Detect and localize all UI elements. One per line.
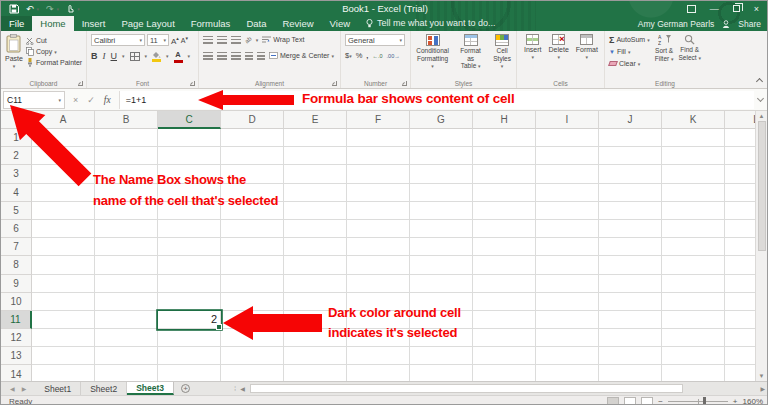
increase-decimal-button[interactable]: ←.0: [372, 53, 382, 59]
cell-B14[interactable]: [95, 365, 158, 381]
cell-B6[interactable]: [95, 220, 158, 238]
cell-F3[interactable]: [347, 165, 410, 183]
column-header-G[interactable]: G: [410, 111, 473, 129]
cell-L12[interactable]: [725, 329, 757, 347]
cell-J10[interactable]: [599, 293, 662, 311]
name-box-dropdown-icon[interactable]: ▾: [58, 97, 61, 103]
prev-sheet-icon[interactable]: ◀: [10, 385, 15, 392]
cell-I4[interactable]: [536, 184, 599, 202]
cell-I12[interactable]: [536, 329, 599, 347]
tab-view[interactable]: View: [322, 16, 358, 31]
share-button[interactable]: Share: [738, 19, 761, 29]
paste-button[interactable]: Paste ▾: [5, 34, 23, 69]
row-header-8[interactable]: 8: [1, 256, 32, 274]
tab-formulas[interactable]: Formulas: [183, 16, 239, 31]
orientation-icon[interactable]: ab: [244, 35, 253, 44]
column-header-F[interactable]: F: [347, 111, 410, 129]
cell-D14[interactable]: [221, 365, 284, 381]
cell-K7[interactable]: [662, 238, 725, 256]
cell-K3[interactable]: [662, 165, 725, 183]
cell-K10[interactable]: [662, 293, 725, 311]
cell-G14[interactable]: [410, 365, 473, 381]
cell-L6[interactable]: [725, 220, 757, 238]
merge-dropdown-icon[interactable]: ▾: [331, 53, 334, 59]
cell-D6[interactable]: [221, 220, 284, 238]
cell-G3[interactable]: [410, 165, 473, 183]
sheet-tab-sheet2[interactable]: Sheet2: [81, 382, 127, 395]
cell-D13[interactable]: [221, 347, 284, 365]
borders-dropdown-icon[interactable]: ▾: [145, 53, 148, 59]
cell-L3[interactable]: [725, 165, 757, 183]
zoom-slider-thumb[interactable]: [703, 397, 706, 405]
cell-I2[interactable]: [536, 147, 599, 165]
cell-G9[interactable]: [410, 275, 473, 293]
restore-icon[interactable]: [733, 5, 740, 12]
cell-K1[interactable]: [662, 129, 725, 147]
cell-I11[interactable]: [536, 311, 599, 329]
horizontal-scroll-thumb[interactable]: [250, 384, 683, 393]
cell-G1[interactable]: [410, 129, 473, 147]
page-layout-view-button[interactable]: [624, 397, 636, 405]
tab-insert[interactable]: Insert: [74, 16, 114, 31]
shrink-font-button[interactable]: A▾: [181, 35, 188, 44]
cell-J2[interactable]: [599, 147, 662, 165]
cell-L4[interactable]: [725, 184, 757, 202]
find-select-button[interactable]: Find &Select ▾: [679, 34, 701, 62]
column-header-I[interactable]: I: [536, 111, 599, 129]
cell-H6[interactable]: [473, 220, 536, 238]
align-bottom-icon[interactable]: [231, 36, 241, 44]
cell-C14[interactable]: [158, 365, 221, 381]
number-format-select[interactable]: General▾: [345, 34, 405, 46]
close-icon[interactable]: ×: [754, 4, 759, 14]
cell-I9[interactable]: [536, 275, 599, 293]
cell-J9[interactable]: [599, 275, 662, 293]
cell-D2[interactable]: [221, 147, 284, 165]
tab-review[interactable]: Review: [274, 16, 321, 31]
comma-style-button[interactable]: ,: [366, 51, 368, 60]
cell-F4[interactable]: [347, 184, 410, 202]
autosum-button[interactable]: ΣAutoSum▾: [609, 34, 650, 45]
cell-E4[interactable]: [284, 184, 347, 202]
cell-B9[interactable]: [95, 275, 158, 293]
column-header-K[interactable]: K: [662, 111, 725, 129]
cancel-icon[interactable]: ×: [73, 95, 78, 105]
next-sheet-icon[interactable]: ▶: [22, 385, 27, 392]
cell-B2[interactable]: [95, 147, 158, 165]
cell-A13[interactable]: [32, 347, 95, 365]
cell-I1[interactable]: [536, 129, 599, 147]
user-name[interactable]: Amy German Pearls: [638, 19, 715, 29]
cell-F2[interactable]: [347, 147, 410, 165]
decrease-decimal-button[interactable]: .00→: [387, 53, 400, 59]
cell-E3[interactable]: [284, 165, 347, 183]
cell-F14[interactable]: [347, 365, 410, 381]
cell-B11[interactable]: [95, 311, 158, 329]
cell-I14[interactable]: [536, 365, 599, 381]
cell-C6[interactable]: [158, 220, 221, 238]
cell-K12[interactable]: [662, 329, 725, 347]
fill-color-dropdown-icon[interactable]: ▾: [166, 53, 169, 59]
row-header-4[interactable]: 4: [1, 184, 32, 202]
format-painter-button[interactable]: Format Painter: [26, 57, 82, 68]
scroll-down-icon[interactable]: ▼: [759, 373, 765, 379]
cell-A8[interactable]: [32, 256, 95, 274]
cell-A10[interactable]: [32, 293, 95, 311]
scroll-up-icon[interactable]: ▲: [759, 113, 765, 119]
cell-H14[interactable]: [473, 365, 536, 381]
cell-L7[interactable]: [725, 238, 757, 256]
cell-E13[interactable]: [284, 347, 347, 365]
column-header-B[interactable]: B: [95, 111, 158, 129]
vertical-scroll-thumb[interactable]: [758, 121, 766, 251]
cell-G6[interactable]: [410, 220, 473, 238]
cell-D11[interactable]: [221, 311, 284, 329]
cell-L14[interactable]: [725, 365, 757, 381]
scroll-right-icon[interactable]: ▶: [760, 385, 765, 392]
tab-data[interactable]: Data: [238, 16, 274, 31]
cell-D10[interactable]: [221, 293, 284, 311]
cell-H3[interactable]: [473, 165, 536, 183]
wrap-text-button[interactable]: Wrap Text: [262, 34, 304, 45]
cell-H4[interactable]: [473, 184, 536, 202]
cell-F10[interactable]: [347, 293, 410, 311]
align-right-icon[interactable]: [231, 52, 241, 60]
cell-styles-button[interactable]: CellStyles ▾: [491, 34, 513, 71]
cell-I8[interactable]: [536, 256, 599, 274]
